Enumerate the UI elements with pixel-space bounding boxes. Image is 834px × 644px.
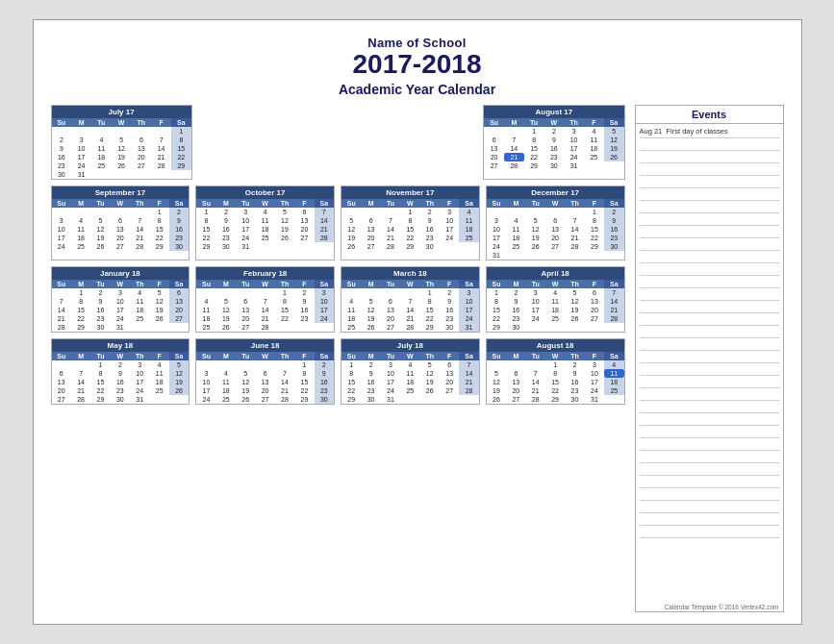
calendar-day: 8	[90, 369, 110, 378]
calendar-day	[459, 242, 478, 251]
calendar-day: 29	[487, 323, 506, 332]
events-header: Events	[636, 106, 783, 124]
calendar-day: 30	[111, 395, 130, 404]
calendar-day	[526, 251, 545, 260]
calendar-day: 4	[255, 208, 274, 216]
calendar-day	[361, 208, 380, 216]
calendar-day: 17	[236, 225, 255, 234]
calendar-day: 31	[585, 395, 604, 404]
calendar-day: 26	[565, 314, 584, 323]
calendar-row-4: May 18SuMTuWThFSa12345678910111213141516…	[51, 338, 625, 405]
calendar-day: 7	[315, 208, 334, 216]
event-item	[640, 463, 779, 476]
calendar-day: 5	[169, 360, 189, 369]
calendar-day: 28	[151, 161, 171, 170]
calendar-day	[255, 242, 274, 251]
calendar-day: 28	[504, 161, 524, 170]
calendar-day: 2	[169, 208, 189, 216]
calendar-day: 30	[420, 242, 440, 251]
calendar-day: 20	[440, 378, 459, 386]
calendar-day: 4	[196, 297, 215, 306]
calendar-day: 19	[487, 386, 506, 395]
calendar-day: 17	[52, 234, 71, 242]
calendar-day: 10	[111, 297, 130, 306]
calendar-day: 21	[151, 153, 171, 161]
calendar-day: 1	[400, 208, 419, 216]
calendar-day: 29	[294, 395, 314, 404]
calendar-day: 13	[236, 306, 255, 314]
mini-calendar-december-17: December 17SuMTuWThFSa123456789101112131…	[486, 186, 625, 260]
calendar-day: 14	[52, 306, 71, 314]
calendar-day: 2	[315, 360, 334, 369]
calendar-day: 22	[487, 314, 506, 323]
calendar-day: 29	[420, 323, 440, 332]
calendar-day: 15	[71, 306, 90, 314]
calendar-day	[341, 288, 361, 297]
event-item	[640, 513, 779, 526]
calendar-day: 24	[459, 314, 478, 323]
calendar-day: 18	[584, 144, 604, 153]
event-item	[640, 451, 779, 463]
calendar-day: 21	[604, 306, 623, 314]
calendar-day: 2	[216, 208, 236, 216]
calendar-day: 30	[544, 161, 565, 170]
calendar-day	[196, 288, 215, 297]
event-item	[640, 163, 779, 176]
event-date: Aug 21	[640, 127, 663, 136]
calendar-day: 8	[400, 216, 419, 225]
calendar-day: 2	[420, 208, 440, 216]
calendar-day: 29	[585, 242, 604, 251]
calendar-day: 5	[604, 127, 624, 136]
calendar-day: 17	[459, 306, 478, 314]
mini-calendar-august-18: August 18SuMTuWThFSa12345678910111213141…	[486, 338, 625, 405]
calendar-day: 20	[236, 314, 255, 323]
calendar-day: 25	[130, 314, 149, 323]
calendar-day: 10	[381, 369, 400, 378]
calendar-day	[315, 323, 334, 332]
calendar-day	[52, 360, 71, 369]
calendar-day	[341, 208, 361, 216]
calendar-day	[604, 161, 624, 170]
calendar-day: 5	[361, 297, 380, 306]
event-item	[640, 476, 779, 488]
calendar-day	[361, 288, 380, 297]
calendar-day: 28	[459, 386, 478, 395]
calendar-day: 19	[236, 386, 255, 395]
event-item	[640, 376, 779, 388]
calendar-day: 19	[526, 234, 545, 242]
calendar-day: 5	[565, 288, 584, 297]
calendar-day: 20	[545, 234, 565, 242]
calendar-day: 15	[524, 144, 544, 153]
calendar-day: 2	[544, 127, 565, 136]
calendar-day: 13	[484, 144, 504, 153]
calendar-day: 14	[526, 378, 545, 386]
calendar-day: 27	[484, 161, 504, 170]
calendar-day: 23	[440, 314, 459, 323]
calendar-day	[196, 360, 215, 369]
calendar-day: 19	[361, 314, 380, 323]
calendar-day: 24	[440, 234, 459, 242]
calendar-day: 2	[565, 360, 584, 369]
calendar-day: 25	[545, 314, 565, 323]
calendar-day: 25	[149, 386, 168, 395]
calendar-day: 23	[604, 234, 623, 242]
event-item	[640, 213, 779, 226]
calendar-day: 5	[112, 136, 132, 144]
calendar-day: 22	[294, 386, 314, 395]
mini-calendar-january-18: January 18SuMTuWThFSa1234567891011121314…	[51, 266, 190, 333]
calendar-day: 7	[255, 297, 274, 306]
calendar-day: 27	[361, 242, 380, 251]
calendar-day: 4	[71, 216, 90, 225]
calendar-day: 17	[315, 306, 334, 314]
calendar-day: 16	[506, 306, 525, 314]
calendar-day	[565, 251, 584, 260]
calendar-day: 16	[111, 378, 130, 386]
calendar-day	[149, 395, 168, 404]
calendar-day: 19	[112, 153, 132, 161]
calendar-day: 25	[196, 323, 215, 332]
calendar-day	[381, 288, 400, 297]
calendar-day: 10	[71, 144, 91, 153]
calendar-day: 16	[361, 378, 380, 386]
calendar-day: 21	[400, 314, 419, 323]
events-section: Events Aug 21First day of classes Calend…	[635, 105, 784, 612]
